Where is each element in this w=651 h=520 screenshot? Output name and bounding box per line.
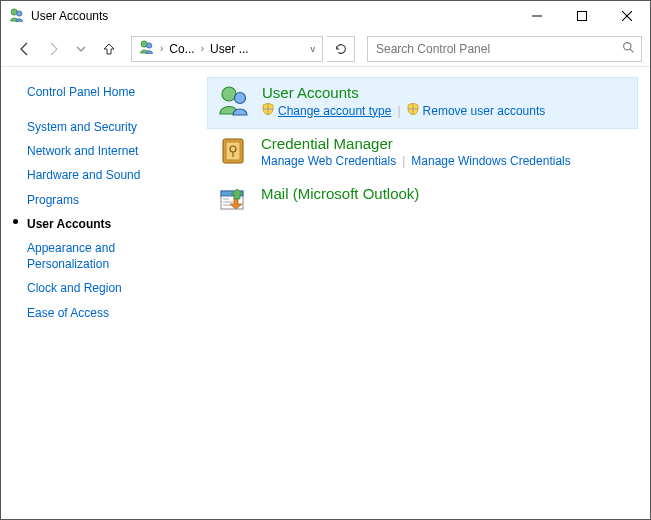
category-title[interactable]: Credential Manager [261,135,634,152]
close-button[interactable] [604,2,650,31]
back-button[interactable] [13,37,37,61]
sidebar-item-programs[interactable]: Programs [27,188,195,212]
active-bullet-icon [13,219,18,224]
address-dropdown-icon[interactable]: v [308,44,319,54]
address-bar[interactable]: › Co... › User ... v [131,36,323,62]
sidebar-item-hardware-sound[interactable]: Hardware and Sound [27,163,195,187]
window-title: User Accounts [31,9,108,23]
sidebar-item-network-internet[interactable]: Network and Internet [27,139,195,163]
mail-icon [215,185,251,221]
search-input[interactable] [374,41,622,57]
breadcrumb-sep-icon[interactable]: › [156,43,167,54]
forward-button[interactable] [41,37,65,61]
titlebar: User Accounts [1,1,650,31]
sidebar-item-label: Network and Internet [27,144,138,158]
sidebar-item-label: Hardware and Sound [27,168,140,182]
link-manage-windows-credentials[interactable]: Manage Windows Credentials [411,154,570,168]
category-title[interactable]: User Accounts [262,84,633,101]
link-label: Manage Windows Credentials [411,154,570,168]
category-title[interactable]: Mail (Microsoft Outlook) [261,185,634,202]
body: Control Panel Home System and Security N… [1,67,650,519]
main-panel: User Accounts Change account type | Remo… [205,67,650,519]
sidebar-item-label: Programs [27,193,79,207]
search-box[interactable] [367,36,642,62]
link-change-account-type[interactable]: Change account type [262,103,391,118]
svg-rect-3 [577,12,586,21]
category-user-accounts[interactable]: User Accounts Change account type | Remo… [207,77,638,129]
sidebar-item-user-accounts[interactable]: User Accounts [27,212,195,236]
category-mail-outlook[interactable]: Mail (Microsoft Outlook) [207,179,638,229]
sidebar-item-label: Ease of Access [27,306,109,320]
link-label: Change account type [278,104,391,118]
breadcrumb-item[interactable]: User ... [208,37,251,61]
breadcrumb-root-icon [138,39,156,58]
svg-rect-13 [226,142,240,160]
svg-point-10 [222,87,236,101]
svg-line-9 [630,49,633,52]
sidebar-item-label: Clock and Region [27,281,122,295]
sidebar-heading[interactable]: Control Panel Home [27,85,195,99]
link-label: Manage Web Credentials [261,154,396,168]
link-manage-web-credentials[interactable]: Manage Web Credentials [261,154,396,168]
link-separator: | [397,104,400,118]
sidebar-item-label: User Accounts [27,217,111,231]
svg-point-7 [147,43,152,48]
refresh-button[interactable] [327,36,355,62]
breadcrumb-sep-icon[interactable]: › [197,43,208,54]
svg-point-8 [624,42,631,49]
sidebar-item-label: System and Security [27,120,137,134]
link-label: Remove user accounts [423,104,546,118]
sidebar-item-ease-access[interactable]: Ease of Access [27,301,195,325]
maximize-button[interactable] [559,2,604,31]
svg-point-1 [17,10,22,15]
recent-locations-button[interactable] [69,37,93,61]
user-accounts-large-icon [216,84,252,120]
link-separator: | [402,154,405,168]
sidebar-item-system-security[interactable]: System and Security [27,115,195,139]
sidebar-item-appearance[interactable]: Appearance and Personalization [27,236,195,276]
sidebar: Control Panel Home System and Security N… [1,67,205,519]
user-accounts-icon [9,7,25,26]
link-remove-user-accounts[interactable]: Remove user accounts [407,103,546,118]
svg-point-11 [235,93,246,104]
shield-icon [262,103,274,118]
minimize-button[interactable] [514,2,559,31]
breadcrumb-item[interactable]: Co... [167,37,196,61]
up-button[interactable] [97,37,121,61]
shield-icon [407,103,419,118]
sidebar-item-label: Appearance and Personalization [27,241,115,271]
sidebar-item-clock-region[interactable]: Clock and Region [27,276,195,300]
credential-manager-icon [215,135,251,171]
category-credential-manager[interactable]: Credential Manager Manage Web Credential… [207,129,638,179]
toolbar: › Co... › User ... v [1,31,650,67]
search-icon[interactable] [622,41,635,57]
